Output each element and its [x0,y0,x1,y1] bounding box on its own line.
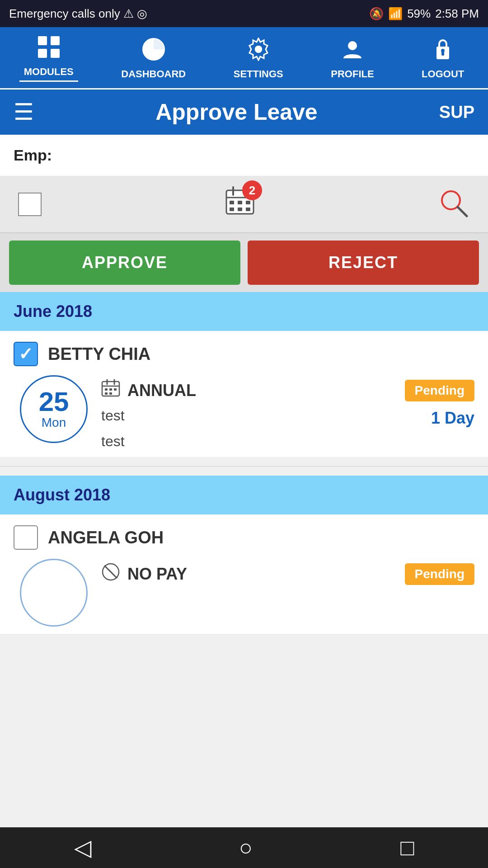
month-header-june: June 2018 [0,292,488,331]
leave-info-betty: ANNUAL Pending test 1 Day test [101,375,474,450]
section-divider [0,466,488,467]
emp-checkbox-angela[interactable] [14,525,38,550]
svg-rect-17 [238,201,242,204]
employee-row-betty: ✓ BETTY CHIA [14,342,474,366]
bottom-nav: ◁ ○ □ [0,827,488,868]
status-left-text: Emergency calls only ⚠ ◎ [9,7,147,21]
leave-days-betty: 1 Day [431,409,474,428]
svg-rect-21 [246,208,250,211]
emp-name-betty: BETTY CHIA [48,344,150,364]
leave-type-icon-betty [101,379,120,402]
nav-logout[interactable]: LOGOUT [417,38,469,80]
svg-point-7 [255,46,262,53]
leave-info-angela: NO PAY Pending [101,559,474,591]
date-weekday-betty: Mon [42,415,66,430]
leave-type-inner-angela: NO PAY [101,562,187,585]
leave-type-row-angela: NO PAY Pending [101,562,474,585]
status-badge-angela: Pending [405,563,474,585]
wifi-icon: 📶 [388,7,403,21]
leave-type-inner-betty: ANNUAL [101,379,196,402]
svg-rect-19 [230,208,234,211]
home-button[interactable]: ○ [239,835,253,861]
recent-button[interactable]: □ [400,835,414,861]
date-circle-betty: 25 Mon [20,375,88,443]
month-label-june: June 2018 [14,302,92,321]
leave-type-icon-angela [101,562,120,585]
svg-point-11 [441,49,445,52]
nav-profile[interactable]: PROFILE [326,38,378,80]
status-left: Emergency calls only ⚠ ◎ [9,7,147,21]
leave-type-row-betty: ANNUAL Pending [101,379,474,402]
svg-rect-1 [51,36,60,45]
menu-button[interactable]: ☰ [14,101,34,123]
action-buttons-bar: APPROVE REJECT [0,233,488,292]
emp-name-angela: ANGELA GOH [48,528,164,547]
battery-text: 59% [407,7,431,21]
leave-type-text-angela: NO PAY [127,565,187,584]
filter-badge-button[interactable]: 2 [224,185,256,223]
time-text: 2:58 PM [435,7,479,21]
svg-rect-28 [105,388,108,391]
date-circle-angela [20,559,88,627]
search-button[interactable] [438,188,470,221]
leave-detail-angela: NO PAY Pending [14,559,474,627]
svg-rect-0 [38,36,47,45]
check-icon-betty: ✓ [19,344,33,364]
leave-detail-betty: 25 Mon [14,375,474,450]
nav-modules[interactable]: MODULES [19,35,78,82]
page-title: Approve Leave [155,99,317,125]
nav-profile-label: PROFILE [331,68,374,80]
mute-icon: 🔕 [369,7,384,21]
settings-icon [247,38,270,65]
filter-bar: 2 [0,176,488,233]
svg-rect-3 [51,49,60,58]
svg-rect-32 [109,392,112,395]
nav-modules-label: MODULES [24,66,74,78]
nav-settings[interactable]: SETTINGS [229,38,288,80]
svg-rect-20 [238,208,242,211]
emp-bar: Emp: [0,135,488,176]
employee-row-angela: ANGELA GOH [14,525,474,550]
leave-note2-betty: test [101,433,474,450]
emp-label: Emp: [14,146,52,164]
approve-button[interactable]: APPROVE [9,241,240,285]
nav-settings-label: SETTINGS [234,68,283,80]
modules-icon [37,35,61,62]
dashboard-icon [142,38,165,65]
nav-logout-label: LOGOUT [422,68,464,80]
svg-rect-30 [114,388,117,391]
svg-rect-16 [230,201,234,204]
page-header: ☰ Approve Leave SUP [0,90,488,135]
svg-point-8 [348,41,357,50]
month-header-august: August 2018 [0,476,488,514]
svg-rect-2 [38,49,47,58]
svg-rect-29 [109,388,112,391]
top-nav: MODULES DASHBOARD SETTINGS [0,27,488,90]
leave-item-betty: ✓ BETTY CHIA 25 Mon [0,331,488,457]
user-initials: SUP [439,103,474,122]
status-badge-betty: Pending [405,380,474,401]
date-day-betty: 25 [39,388,69,415]
logout-icon [433,38,453,65]
svg-line-23 [458,207,467,216]
select-all-checkbox[interactable] [18,193,42,216]
nav-dashboard-label: DASHBOARD [121,68,186,80]
svg-rect-18 [246,201,250,204]
back-button[interactable]: ◁ [74,835,91,861]
month-label-august: August 2018 [14,486,110,504]
filter-badge-count: 2 [242,180,262,200]
emp-checkbox-betty[interactable]: ✓ [14,342,38,366]
profile-icon [341,38,364,65]
status-right: 🔕 📶 59% 2:58 PM [369,7,479,21]
reject-button[interactable]: REJECT [248,241,479,285]
status-bar: Emergency calls only ⚠ ◎ 🔕 📶 59% 2:58 PM [0,0,488,27]
leave-item-angela: ANGELA GOH NO PAY Pending [0,514,488,634]
nav-dashboard[interactable]: DASHBOARD [117,38,190,80]
leave-note1-betty: test [101,407,125,424]
svg-rect-31 [105,392,108,395]
leave-type-text-betty: ANNUAL [127,381,196,400]
